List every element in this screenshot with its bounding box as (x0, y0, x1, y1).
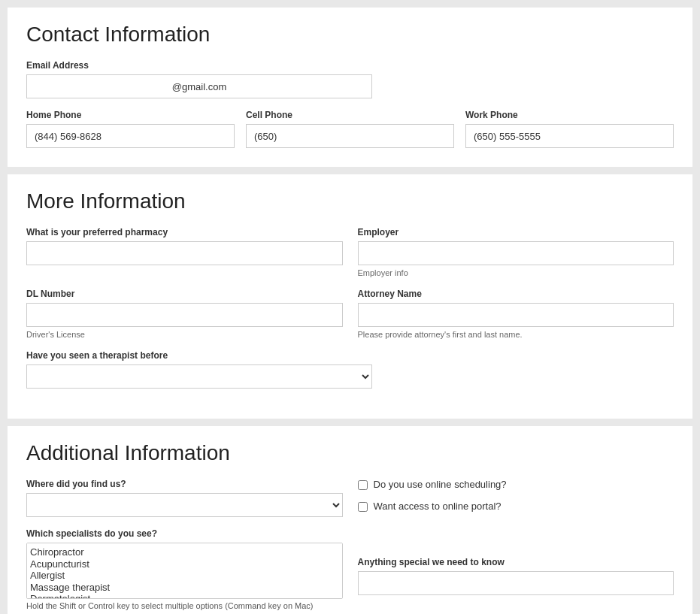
employer-hint: Employer info (358, 268, 674, 277)
employer-label: Employer (358, 227, 674, 237)
dl-col: DL Number Driver's License (26, 289, 343, 339)
work-phone-col: Work Phone (465, 110, 674, 148)
cell-phone-col: Cell Phone (246, 110, 454, 148)
checkboxes-special-col: Do you use online scheduling? Want acces… (358, 479, 674, 614)
phone-row: Home Phone Cell Phone Work Phone (26, 110, 674, 148)
therapist-row: Have you seen a therapist before Yes No (26, 350, 372, 389)
cell-phone-label: Cell Phone (246, 110, 454, 120)
special-label: Anything special we need to know (358, 557, 674, 567)
find-us-select[interactable] (26, 493, 343, 517)
contact-title: Contact Information (26, 23, 674, 47)
online-portal-row: Want access to online portal? (358, 501, 674, 512)
therapist-label: Have you seen a therapist before (26, 350, 372, 361)
specialists-select[interactable]: Chiropractor Acupuncturist Allergist Mas… (26, 543, 343, 599)
specialists-hint: Hold the Shift or Control key to select … (26, 601, 343, 610)
online-scheduling-checkbox[interactable] (358, 480, 368, 490)
work-phone-input[interactable] (465, 124, 674, 148)
therapist-select[interactable]: Yes No (26, 364, 372, 389)
attorney-label: Attorney Name (358, 289, 674, 299)
checkboxes-area: Do you use online scheduling? Want acces… (358, 479, 674, 512)
cell-phone-input[interactable] (246, 124, 454, 148)
attorney-hint: Please provide attorney's first and last… (358, 330, 674, 339)
more-section: More Information What is your preferred … (8, 174, 692, 419)
dl-attorney-row: DL Number Driver's License Attorney Name… (26, 289, 674, 339)
email-input[interactable] (26, 74, 372, 98)
dl-hint: Driver's License (26, 330, 343, 339)
home-phone-label: Home Phone (26, 110, 235, 120)
online-scheduling-label: Do you use online scheduling? (374, 479, 507, 490)
find-us-col: Where did you find us? Which specialists… (26, 479, 343, 614)
pharmacy-input[interactable] (26, 241, 343, 265)
pharmacy-employer-row: What is your preferred pharmacy Employer… (26, 227, 674, 277)
online-portal-label: Want access to online portal? (374, 501, 502, 512)
work-phone-label: Work Phone (465, 110, 674, 120)
email-row: Email Address (26, 60, 674, 98)
pharmacy-col: What is your preferred pharmacy (26, 227, 343, 277)
special-input[interactable] (358, 571, 674, 595)
special-row: Anything special we need to know (358, 557, 674, 595)
home-phone-input[interactable] (26, 124, 235, 148)
online-scheduling-row: Do you use online scheduling? (358, 479, 674, 490)
home-phone-col: Home Phone (26, 110, 235, 148)
attorney-col: Attorney Name Please provide attorney's … (358, 289, 674, 339)
employer-input[interactable] (358, 241, 674, 265)
email-label: Email Address (26, 60, 674, 71)
employer-col: Employer Employer info (358, 227, 674, 277)
online-portal-checkbox[interactable] (358, 502, 368, 512)
specialists-row: Which specialists do you see? Chiropract… (26, 528, 343, 610)
attorney-input[interactable] (358, 303, 674, 327)
dl-label: DL Number (26, 289, 343, 299)
find-scheduling-row: Where did you find us? Which specialists… (26, 479, 674, 614)
specialists-label: Which specialists do you see? (26, 528, 343, 539)
find-us-label: Where did you find us? (26, 479, 343, 489)
contact-section: Contact Information Email Address Home P… (8, 8, 692, 167)
more-title: More Information (26, 189, 674, 213)
additional-section: Additional Information Where did you fin… (8, 426, 692, 614)
pharmacy-label: What is your preferred pharmacy (26, 227, 343, 237)
dl-input[interactable] (26, 303, 343, 327)
additional-title: Additional Information (26, 441, 674, 465)
